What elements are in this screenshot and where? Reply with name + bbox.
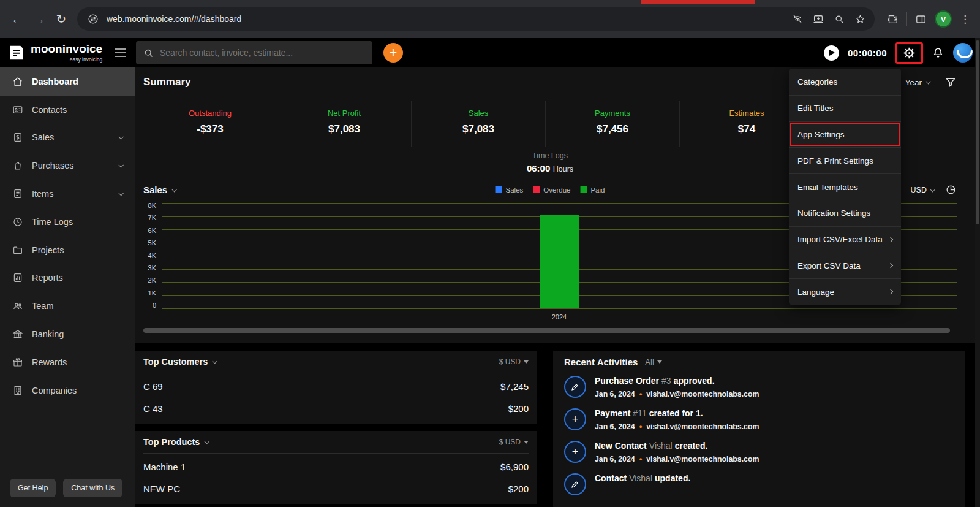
activity-date: Jan 6, 2024 <box>595 390 635 398</box>
sidebar-item-projects[interactable]: Projects <box>0 236 135 264</box>
table-row[interactable]: NEW PC $200 <box>143 476 529 498</box>
global-search[interactable] <box>136 41 372 64</box>
sidebar-item-team[interactable]: Team <box>0 292 135 320</box>
notifications-bell-icon[interactable] <box>932 47 944 59</box>
chart-type-dropdown[interactable]: Sales <box>143 185 176 195</box>
address-bar[interactable]: web.mooninvoice.com/#/dashboard <box>77 7 875 31</box>
chart-horizontal-scrollbar[interactable] <box>143 328 957 333</box>
bookmark-star-icon[interactable] <box>854 13 866 25</box>
url-text[interactable]: web.mooninvoice.com/#/dashboard <box>107 14 786 24</box>
y-tick: 2K <box>143 278 156 283</box>
activity-item[interactable]: ContactVishalupdated. <box>564 473 954 495</box>
menu-label: Import CSV/Excel Data <box>797 235 883 244</box>
activity-item[interactable]: Purchase Order#3approved. Jan 6, 2024•vi… <box>564 376 954 398</box>
brand-logo[interactable]: mooninvoice easy invoicing <box>7 43 113 63</box>
settings-gear-icon[interactable] <box>902 46 916 60</box>
currency-dropdown[interactable]: $ USD <box>499 438 529 446</box>
search-input[interactable] <box>160 48 365 58</box>
summary-card-net-profit[interactable]: Net Profit $7,083 <box>277 101 412 147</box>
chevron-down-icon <box>118 162 123 167</box>
card-value: -$373 <box>143 123 277 135</box>
back-button[interactable]: ← <box>6 8 28 30</box>
timer-display[interactable]: 00:00:00 <box>848 48 887 58</box>
team-icon <box>12 300 23 311</box>
sidebar-item-dashboard[interactable]: Dashboard <box>0 67 135 96</box>
vpn-off-icon[interactable] <box>792 13 803 25</box>
y-tick: 5K <box>143 240 156 246</box>
legend-swatch <box>580 186 587 193</box>
mooninvoice-logo-icon <box>7 44 26 62</box>
sidebar-item-items[interactable]: Items <box>0 180 135 208</box>
table-row[interactable]: C 69 $7,245 <box>143 373 529 395</box>
sidebar-item-sales[interactable]: Sales <box>0 124 135 152</box>
site-settings-icon[interactable] <box>86 12 100 26</box>
card-value: $7,083 <box>412 123 545 135</box>
menu-item-email-templates[interactable]: Email Templates <box>789 173 901 200</box>
summary-card-outstanding[interactable]: Outstanding -$373 <box>143 101 277 147</box>
sidebar-item-purchases[interactable]: Purchases <box>0 151 135 180</box>
menu-label: Email Templates <box>797 183 858 192</box>
filter-value: All <box>645 357 654 367</box>
y-tick: 1K <box>143 291 156 296</box>
chevron-down-icon <box>205 439 209 444</box>
paid-bar[interactable] <box>540 215 579 308</box>
filter-icon[interactable] <box>944 76 957 88</box>
extensions-icon[interactable] <box>887 13 899 25</box>
items-list-icon <box>12 188 23 199</box>
recording-indicator-strip <box>641 0 755 4</box>
scrollbar-thumb[interactable] <box>976 40 979 224</box>
reload-button[interactable]: ↻ <box>50 8 72 30</box>
sidebar-item-time-logs[interactable]: Time Logs <box>0 208 135 236</box>
timer-play-button[interactable] <box>824 45 839 61</box>
side-panel-icon[interactable] <box>915 13 927 25</box>
table-row[interactable]: Machine 1 $6,900 <box>143 454 529 476</box>
table-row[interactable]: C 43 $200 <box>143 395 529 417</box>
top-customers-dropdown[interactable]: Top Customers <box>143 357 216 367</box>
install-icon[interactable] <box>813 13 824 25</box>
page-scrollbar[interactable] <box>975 38 980 507</box>
forward-button[interactable]: → <box>28 8 50 30</box>
chart-legend: Sales Overdue Paid <box>496 186 605 194</box>
chart-currency-dropdown[interactable]: USD <box>911 186 934 194</box>
summary-card-sales[interactable]: Sales $7,083 <box>412 101 546 147</box>
sidebar-item-reports[interactable]: Reports <box>0 264 135 292</box>
menu-item-notification-settings[interactable]: Notification Settings <box>789 200 901 226</box>
activities-filter-dropdown[interactable]: All <box>645 357 662 367</box>
sidebar-item-contacts[interactable]: Contacts <box>0 96 135 124</box>
top-products-dropdown[interactable]: Top Products <box>143 437 208 447</box>
menu-item-app-settings[interactable]: App Settings <box>789 121 901 148</box>
menu-item-import-csv[interactable]: Import CSV/Excel Data <box>789 226 901 253</box>
chart-y-axis: 8K 7K 6K 5K 4K 3K 2K 1K 0 <box>143 203 162 308</box>
customer-name: C 43 <box>143 403 163 414</box>
scrollbar-thumb[interactable] <box>143 328 950 333</box>
menu-toggle-icon[interactable] <box>115 48 126 57</box>
period-dropdown[interactable]: Year <box>905 78 930 87</box>
activity-text: created for 1. <box>649 408 703 418</box>
sidebar-item-banking[interactable]: Banking <box>0 320 135 348</box>
user-avatar[interactable] <box>953 43 973 63</box>
browser-toolbar: ← → ↻ web.mooninvoice.com/#/dashboard V … <box>0 0 980 38</box>
summary-card-payments[interactable]: Payments $7,456 <box>546 101 680 147</box>
pie-chart-icon[interactable] <box>945 184 957 196</box>
browser-menu-icon[interactable]: ⋮ <box>960 13 970 26</box>
currency-value: $ USD <box>499 357 521 366</box>
activity-item[interactable]: + Payment#11created for 1. Jan 6, 2024•v… <box>564 408 954 431</box>
quick-add-button[interactable]: + <box>383 43 403 63</box>
browser-profile-avatar[interactable]: V <box>935 10 952 28</box>
menu-item-export-csv[interactable]: Export CSV Data <box>789 253 901 279</box>
sidebar-label: Banking <box>32 329 64 339</box>
top-customers-panel: Top Customers $ USD C 69 $7,245 <box>135 351 537 424</box>
menu-item-language[interactable]: Language <box>789 278 901 305</box>
dot-separator: • <box>639 389 643 398</box>
zoom-icon[interactable] <box>834 13 845 25</box>
sidebar-item-rewards[interactable]: Rewards <box>0 348 135 376</box>
menu-item-edit-titles[interactable]: Edit Titles <box>789 95 901 121</box>
menu-item-categories[interactable]: Categories <box>789 69 901 95</box>
currency-dropdown[interactable]: $ USD <box>499 357 529 366</box>
get-help-button[interactable]: Get Help <box>10 479 56 497</box>
chat-with-us-button[interactable]: Chat with Us <box>63 479 123 497</box>
sidebar-item-companies[interactable]: Companies <box>0 376 135 405</box>
activity-item[interactable]: + New ContactVishalcreated. Jan 6, 2024•… <box>564 441 954 463</box>
add-activity-icon: + <box>564 408 586 430</box>
menu-item-pdf-print-settings[interactable]: PDF & Print Settings <box>789 147 901 173</box>
